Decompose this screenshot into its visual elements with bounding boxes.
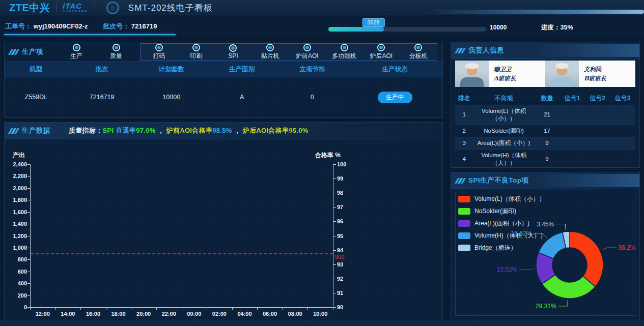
defect-cell [585,105,610,125]
production-items-title: 生产项 [22,47,43,56]
page-title: SMT-202线电子看板 [128,2,213,14]
supervisor-photo-strip: 穆卫卫A班班长文利民B班班长 [455,61,635,87]
title-marker-icon [456,48,464,53]
progress-total: 10000 [490,24,507,31]
left-axis-tick-label: 400 [5,280,27,286]
x-axis-tick [307,308,308,310]
supervisor-card: 穆卫卫A班班长 [455,61,545,87]
process-items-group: 打码印刷SPI贴片机炉前AOI多功能机炉后AOI分板机 [140,43,437,61]
process-item[interactable]: 多功能机 [328,44,360,61]
right-axis-tick-label: 97 [337,204,343,210]
production-data-panel: 生产数据 质量指标：SPI 直通率97.0% ， 炉前AOI合格率98.5% ，… [4,122,443,321]
legend-label: NoSolder(漏印) [474,207,516,216]
production-line-chart: 产出合格率 %02004006008001,0001,2001,4001,600… [5,143,443,321]
left-axis-line [30,164,31,307]
left-axis-tick [27,248,30,248]
right-axis-tick [333,279,336,279]
defect-col-header: 位号2 [585,92,610,105]
supervisor-role: B班班长 [584,74,635,83]
work-order-label: 工单号： [5,22,32,30]
defect-cell: NoSolder(漏印) [473,125,534,137]
process-items-main: 生产质量 [61,44,132,61]
status-badge[interactable]: 生产中 [378,92,412,103]
header-divider [94,3,94,12]
pie-percent-label: 29.31% [536,303,556,310]
process-item[interactable]: 炉前AOI [291,44,323,61]
right-axis-tick [333,179,336,179]
quality-metrics: 质量指标：SPI 直通率97.0% ， 炉前AOI合格率98.5% ， 炉后AO… [69,126,309,135]
defect-cell [610,137,635,149]
defect-cell: 1 [455,105,473,125]
right-axis-tick [333,293,336,293]
legend-label: Area(L)(面积（小）) [474,219,529,228]
supervisor-header: 负责人信息 [451,42,639,59]
quality-metrics-label: 质量指标： [69,127,103,134]
production-data-header: 生产数据 质量指标：SPI 直通率97.0% ， 炉前AOI合格率98.5% ，… [5,123,442,139]
process-item[interactable]: SPI [217,44,249,60]
legend-item[interactable]: Bridge（桥连） [458,244,546,252]
right-axis-tick-label: 91 [337,290,343,296]
left-axis-tick [27,188,30,189]
pie-percent-label: 36.2% [619,244,636,251]
process-item[interactable]: 质量 [100,44,132,61]
process-item-label: 分板机 [409,52,428,61]
left-axis-tick-label: 2,000 [5,185,27,191]
process-item[interactable]: 印刷 [180,44,212,61]
spi-top-header: SPI生产不良Top项 [451,172,639,189]
progress-bar [328,27,486,32]
x-axis-tick-label: 02:00 [212,311,227,317]
defect-row: 4Volume(H)（体积（大））9 [455,149,635,168]
defect-cell [559,149,585,168]
right-axis-tick [333,264,336,265]
process-item-label: 打码 [153,52,165,61]
process-item[interactable]: 生产 [61,44,92,61]
left-axis-tick-label: 1,200 [5,233,27,239]
metric-label: 直通率 [114,127,136,134]
order-cell: 10000 [136,77,207,117]
defect-col-header: 位号1 [559,92,585,105]
process-item-label: 生产 [70,52,82,61]
left-axis-tick-label: 2,400 [5,161,27,167]
order-col-header: 机型 [5,62,68,77]
x-axis-tick-label: 08:00 [288,311,302,317]
defect-cell [585,125,610,137]
production-items-panel: 生产项 生产质量 打码印刷SPI贴片机炉前AOI多功能机炉后AOI分板机 机型批… [4,42,443,118]
process-item-label: 炉前AOI [296,52,319,61]
defect-table: 排名不良项数量位号1位号2位号3 1Volume(L)（体积（小））212NoS… [455,92,635,168]
right-axis-tick-label: 92 [337,276,343,282]
order-cell: 7216719 [68,77,136,117]
left-axis-tick [27,283,30,284]
progress-value-badge: 3528 [362,18,384,27]
defect-cell: 17 [535,125,560,137]
x-axis-tick [232,308,233,310]
right-axis-tick [333,250,336,251]
legend-label: Volume(L)（体积（小）） [474,195,545,203]
defect-cell: 3 [455,137,473,149]
pie-label-line [520,269,535,270]
left-axis-tick [27,295,30,296]
process-item[interactable]: 贴片机 [255,44,286,61]
process-item[interactable]: 分板机 [403,44,434,61]
left-axis-tick-label: 2,200 [5,173,27,179]
zte-logo: ZTE中兴 [9,1,50,15]
supervisor-name: 穆卫卫 [494,65,545,74]
right-axis-tick-label: 96 [337,218,343,224]
right-axis-tick-label: 100 [337,161,346,167]
legend-item[interactable]: NoSolder(漏印) [458,207,546,216]
process-item[interactable]: 打码 [143,44,175,61]
legend-item[interactable]: Volume(H)（体积（大）） [458,231,546,240]
x-axis-tick [257,308,258,310]
left-axis-tick-label: 1,400 [5,221,27,227]
process-item[interactable]: 炉后AOI [366,44,397,61]
left-axis-tick-label: 0 [5,304,27,310]
x-axis-tick-label: 06:00 [263,311,277,317]
pie-legend: Volume(L)（体积（小））NoSolder(漏印)Area(L)(面积（小… [458,195,546,256]
supervisor-name: 文利民 [584,65,635,74]
radio-icon [155,44,163,51]
metric-label: 炉前AOI合格率 [166,127,213,134]
order-col-header: 生产状态 [348,62,442,77]
legend-item[interactable]: Area(L)(面积（小）) [458,219,546,228]
legend-item[interactable]: Volume(L)（体积（小）） [458,195,546,203]
radio-icon [377,44,385,51]
active-section-underline [4,34,176,35]
